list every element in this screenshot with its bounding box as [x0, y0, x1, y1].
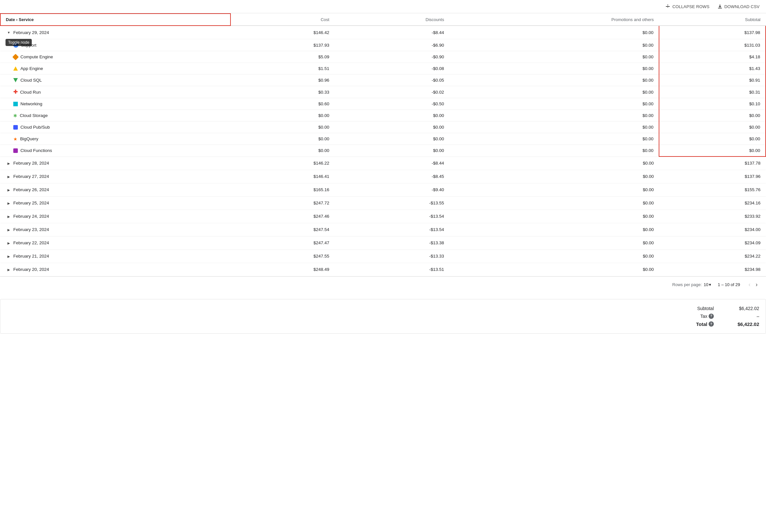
service-cost-compute: $5.09: [230, 51, 334, 63]
service-promotions-appengine: $0.00: [449, 63, 659, 75]
service-cost-appengine: $1.51: [230, 63, 334, 75]
service-discounts-cloudrun: -$0.02: [334, 86, 449, 98]
service-label-networking: Networking: [0, 98, 230, 110]
compute-icon: [12, 54, 19, 60]
service-row-bigquery: ★ BigQuery $0.00 $0.00 $0.00 $0.00: [0, 133, 766, 145]
pagination-bar: Rows per page: 10 ▾ 1 – 10 of 29 ‹ ›: [0, 276, 766, 293]
date-row-feb21: February 21, 2024 $247.55 -$13.33 $0.00 …: [0, 249, 766, 263]
service-cost-pubsub: $0.00: [230, 121, 334, 133]
page-navigation: ‹ ›: [747, 281, 760, 289]
service-discounts-pubsub: $0.00: [334, 121, 449, 133]
service-discounts-networking: -$0.50: [334, 98, 449, 110]
date-row-feb24: February 24, 2024 $247.46 -$13.54 $0.00 …: [0, 210, 766, 223]
date-label-feb24: February 24, 2024: [0, 210, 230, 223]
prev-page-button[interactable]: ‹: [747, 281, 752, 289]
service-label-cloudrun: ✚ Cloud Run: [0, 86, 230, 98]
service-promotions-cloudrun: $0.00: [449, 86, 659, 98]
discounts-header: Discounts: [334, 14, 449, 26]
service-row-cloudsql: Cloud SQL $0.96 -$0.05 $0.00 $0.91: [0, 75, 766, 86]
total-value: $6,422.02: [733, 321, 759, 327]
rows-per-page-container: Rows per page: 10 ▾: [672, 282, 712, 287]
rows-per-page-select[interactable]: 10 ▾: [704, 282, 711, 287]
data-table-wrapper: Date › Service Cost Discounts Promotions…: [0, 13, 766, 276]
expand-btn-feb22[interactable]: [6, 240, 12, 246]
expand-btn-feb25[interactable]: [6, 200, 12, 206]
subtotal-value: $6,422.02: [733, 306, 759, 311]
tax-help-icon[interactable]: ?: [709, 314, 714, 319]
tax-label: Tax ?: [700, 314, 714, 319]
date-label-feb29: Toggle node February 29, 2024: [0, 26, 230, 39]
table-header-row: Date › Service Cost Discounts Promotions…: [0, 14, 766, 26]
expand-btn-feb27[interactable]: [6, 173, 12, 180]
service-cost-support: $137.93: [230, 39, 334, 51]
service-row-cloudfunctions: Cloud Functions $0.00 $0.00 $0.00 $0.00: [0, 145, 766, 157]
service-row-appengine: App Engine $1.51 -$0.08 $0.00 $1.43: [0, 63, 766, 75]
date-cost-feb29: $146.42: [230, 26, 334, 39]
date-row-feb20: February 20, 2024 $248.49 -$13.51 $0.00 …: [0, 263, 766, 276]
date-label-feb23: February 23, 2024: [0, 223, 230, 236]
service-discounts-support: -$6.90: [334, 39, 449, 51]
service-subtotal-cloudfunctions: $0.00: [659, 145, 766, 157]
expand-btn-feb26[interactable]: [6, 187, 12, 193]
download-csv-button[interactable]: DOWNLOAD CSV: [717, 4, 760, 9]
subtotal-row: Subtotal $6,422.02: [630, 306, 759, 311]
service-promotions-networking: $0.00: [449, 98, 659, 110]
expand-btn-feb28[interactable]: [6, 160, 12, 167]
promotions-header: Promotions and others: [449, 14, 659, 26]
service-label-compute: Compute Engine: [0, 51, 230, 63]
service-subtotal-cloudsql: $0.91: [659, 75, 766, 86]
service-label-bigquery: ★ BigQuery: [0, 133, 230, 145]
expand-btn-feb21[interactable]: [6, 253, 12, 260]
date-discounts-feb29: -$8.44: [334, 26, 449, 39]
service-subtotal-compute: $4.18: [659, 51, 766, 63]
total-label: Total ?: [696, 321, 714, 327]
summary-section: Subtotal $6,422.02 Tax ? – Total ? $6,42…: [0, 299, 766, 334]
pubsub-icon: [13, 125, 18, 130]
cloudrun-icon: ✚: [13, 89, 17, 95]
service-row-networking: Networking $0.60 -$0.50 $0.00 $0.10: [0, 98, 766, 110]
cloudfunctions-icon: [13, 148, 18, 153]
subtotal-header: Subtotal: [659, 14, 766, 26]
service-row-cloudstorage: ✱ Cloud Storage $0.00 $0.00 $0.00 $0.00: [0, 110, 766, 121]
date-row-feb27: February 27, 2024 $146.41 -$8.45 $0.00 $…: [0, 170, 766, 183]
service-subtotal-cloudstorage: $0.00: [659, 110, 766, 121]
service-subtotal-appengine: $1.43: [659, 63, 766, 75]
total-help-icon[interactable]: ?: [709, 321, 714, 327]
tax-row: Tax ? –: [630, 314, 759, 319]
collapse-rows-button[interactable]: COLLAPSE ROWS: [665, 4, 709, 9]
expand-btn-feb23[interactable]: [6, 226, 12, 233]
service-discounts-appengine: -$0.08: [334, 63, 449, 75]
toggle-node-container: Toggle node: [6, 29, 12, 36]
cost-table: Date › Service Cost Discounts Promotions…: [0, 13, 766, 276]
collapse-btn-feb29[interactable]: [6, 29, 12, 36]
rows-per-page-label: Rows per page:: [672, 282, 702, 287]
next-page-button[interactable]: ›: [754, 281, 760, 289]
date-row-feb23: February 23, 2024 $247.54 -$13.54 $0.00 …: [0, 223, 766, 236]
date-label-feb25: February 25, 2024: [0, 197, 230, 210]
service-cost-cloudsql: $0.96: [230, 75, 334, 86]
date-promotions-feb29: $0.00: [449, 26, 659, 39]
service-label-appengine: App Engine: [0, 63, 230, 75]
expand-btn-feb20[interactable]: [6, 266, 12, 273]
rows-per-page-value: 10: [704, 282, 708, 287]
date-label-feb28: February 28, 2024: [0, 157, 230, 170]
service-discounts-bigquery: $0.00: [334, 133, 449, 145]
expand-btn-feb24[interactable]: [6, 213, 12, 220]
service-label-cloudfunctions: Cloud Functions: [0, 145, 230, 157]
service-discounts-cloudfunctions: $0.00: [334, 145, 449, 157]
service-cost-cloudrun: $0.33: [230, 86, 334, 98]
service-subtotal-bigquery: $0.00: [659, 133, 766, 145]
service-row-pubsub: Cloud Pub/Sub $0.00 $0.00 $0.00 $0.00: [0, 121, 766, 133]
service-discounts-cloudsql: -$0.05: [334, 75, 449, 86]
service-row-compute: Compute Engine $5.09 -$0.90 $0.00 $4.18: [0, 51, 766, 63]
service-row-support: Support $137.93 -$6.90 $0.00 $131.03: [0, 39, 766, 51]
service-cost-cloudfunctions: $0.00: [230, 145, 334, 157]
service-promotions-cloudsql: $0.00: [449, 75, 659, 86]
date-label-feb21: February 21, 2024: [0, 250, 230, 263]
service-promotions-pubsub: $0.00: [449, 121, 659, 133]
service-promotions-support: $0.00: [449, 39, 659, 51]
date-row-feb26: February 26, 2024 $165.16 -$9.40 $0.00 $…: [0, 183, 766, 196]
service-promotions-compute: $0.00: [449, 51, 659, 63]
service-cost-cloudstorage: $0.00: [230, 110, 334, 121]
service-cost-bigquery: $0.00: [230, 133, 334, 145]
